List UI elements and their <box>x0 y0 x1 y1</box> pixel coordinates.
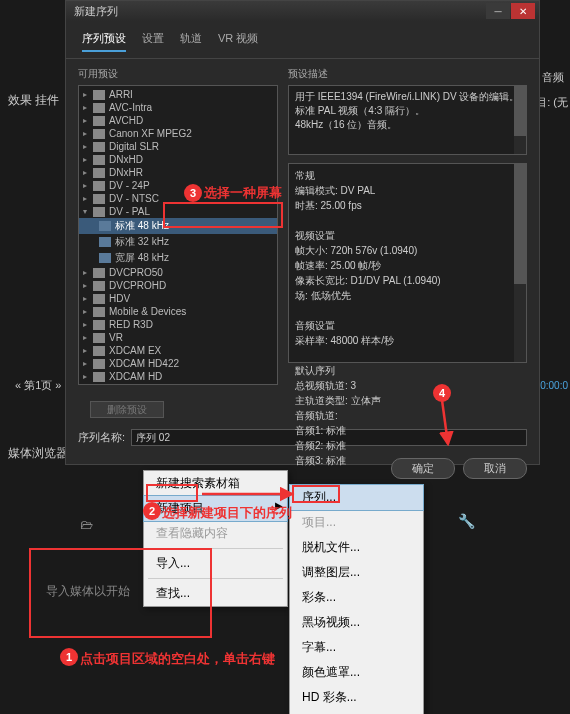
tree-item[interactable]: ▸HDV <box>79 292 277 305</box>
tab-tracks[interactable]: 轨道 <box>180 31 202 52</box>
tree-item[interactable]: ▸XDCAM EX <box>79 344 277 357</box>
tree-item[interactable]: ▸DNxHD <box>79 153 277 166</box>
preset-description: 用于 IEEE1394 (FireWire/i.LINK) DV 设备的编辑。 … <box>288 85 527 155</box>
tree-item-selected[interactable]: 标准 48 kHz <box>79 218 277 234</box>
tree-item[interactable]: ▸DV - 24P <box>79 179 277 192</box>
tree-item[interactable]: ▸XDCAM HD422 <box>79 357 277 370</box>
menu-item-project[interactable]: 项目... <box>290 510 423 535</box>
tab-settings[interactable]: 设置 <box>142 31 164 52</box>
tab-vr[interactable]: VR 视频 <box>218 31 258 52</box>
preset-tree[interactable]: ▸ARRI ▸AVC-Intra ▸AVCHD ▸Canon XF MPEG2 … <box>78 85 278 385</box>
sequence-name-label: 序列名称: <box>78 430 125 445</box>
tab-preset[interactable]: 序列预设 <box>82 31 126 52</box>
delete-preset-button: 删除预设 <box>90 401 164 418</box>
wrench-icon[interactable]: 🔧 <box>458 513 475 529</box>
tree-item[interactable]: ▸XDCAM HD <box>79 370 277 383</box>
tree-item[interactable]: 标准 32 kHz <box>79 234 277 250</box>
tree-item[interactable]: ▸AVC-Intra <box>79 101 277 114</box>
timecode: 0:00:0 <box>540 380 568 391</box>
effects-panel-label: 效果 挂件 <box>8 92 59 109</box>
tree-item-dvpal[interactable]: ▾DV - PAL <box>79 205 277 218</box>
available-presets-label: 可用预设 <box>78 67 278 81</box>
tree-item[interactable]: ▸DVCPROHD <box>79 279 277 292</box>
media-browser-label: 媒体浏览器 <box>8 445 68 462</box>
menu-item-newitem[interactable]: 新建项目▶ <box>143 495 288 522</box>
tree-item[interactable]: ▸Canon XF MPEG2 <box>79 127 277 140</box>
tree-item[interactable]: ▸Digital SLR <box>79 140 277 153</box>
dialog-tabs: 序列预设 设置 轨道 VR 视频 <box>66 21 539 59</box>
menu-item-caption[interactable]: 字幕... <box>290 635 423 660</box>
tree-item[interactable]: ▸VR <box>79 331 277 344</box>
menu-item-adjust[interactable]: 调整图层... <box>290 560 423 585</box>
preset-details: 常规 编辑模式: DV PAL 时基: 25.00 fps 视频设置 帧大小: … <box>288 163 527 363</box>
tree-item[interactable]: ▸RED R3D <box>79 318 277 331</box>
annotation-text-1: 点击项目区域的空白处，单击右键 <box>80 650 275 668</box>
menu-item-black[interactable]: 黑场视频... <box>290 610 423 635</box>
tree-item[interactable]: ▸Mobile & Devices <box>79 305 277 318</box>
close-button[interactable]: ✕ <box>511 3 535 19</box>
tree-item[interactable]: ▸DV - NTSC <box>79 192 277 205</box>
menu-item-bars[interactable]: 彩条... <box>290 585 423 610</box>
menu-item-view: 查看隐藏内容 <box>144 521 287 546</box>
menu-item-countdown[interactable]: 通用倒计时片头... <box>290 710 423 714</box>
preset-desc-label: 预设描述 <box>288 67 527 81</box>
folder-icon[interactable]: 🗁 <box>80 517 93 532</box>
new-sequence-dialog: 新建序列 ─ ✕ 序列预设 设置 轨道 VR 视频 可用预设 ▸ARRI ▸AV… <box>65 0 540 465</box>
menu-item-sequence[interactable]: 序列... <box>289 484 424 511</box>
tree-item[interactable]: ▸DVCPRO50 <box>79 266 277 279</box>
menu-item-color[interactable]: 颜色遮罩... <box>290 660 423 685</box>
context-submenu-newitem: 序列... 项目... 脱机文件... 调整图层... 彩条... 黑场视频..… <box>289 484 424 714</box>
tree-item[interactable]: 宽屏 48 kHz <box>79 250 277 266</box>
target-label: 目: (无 <box>536 95 568 110</box>
tree-item[interactable]: ▸AVCHD <box>79 114 277 127</box>
audio-label: 音频 <box>542 70 564 85</box>
annotation-badge-1: 1 <box>60 648 78 666</box>
dialog-title: 新建序列 <box>70 4 486 19</box>
tree-item[interactable]: ▸ARRI <box>79 88 277 101</box>
import-hint-text: 导入媒体以开始 <box>46 583 210 600</box>
menu-item-offline[interactable]: 脱机文件... <box>290 535 423 560</box>
menu-item-hdbars[interactable]: HD 彩条... <box>290 685 423 710</box>
page-indicator: « 第1页 » <box>15 378 62 393</box>
minimize-button[interactable]: ─ <box>486 3 510 19</box>
titlebar: 新建序列 ─ ✕ <box>66 1 539 21</box>
menu-item-newbin[interactable]: 新建搜索素材箱 <box>144 471 287 496</box>
import-area[interactable]: 导入媒体以开始 <box>30 555 210 635</box>
tree-item[interactable]: ▸DNxHR <box>79 166 277 179</box>
